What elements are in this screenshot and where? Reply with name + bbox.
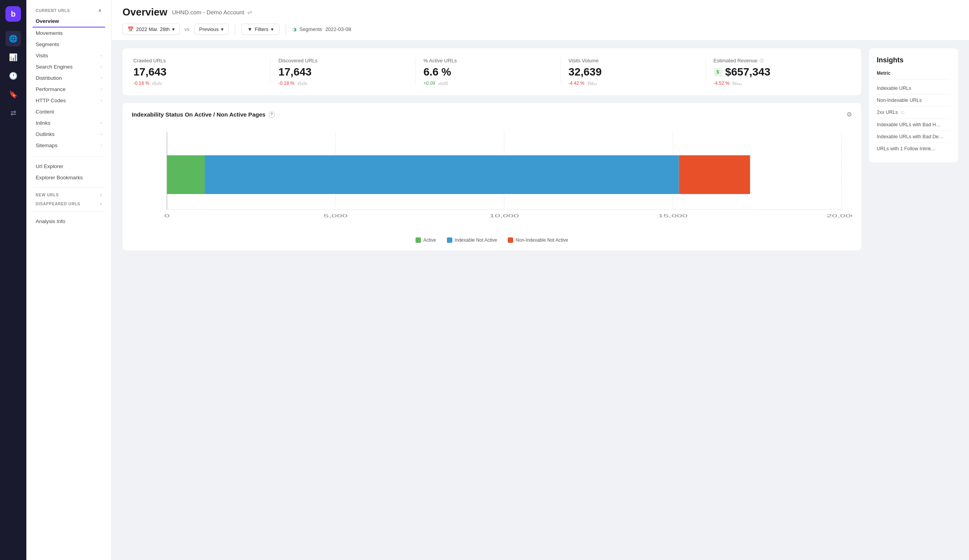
crawled-sparkline bbox=[152, 81, 162, 85]
calendar-icon: 📅 bbox=[128, 26, 134, 32]
sidebar-icon-arrows[interactable]: ⇄ bbox=[5, 105, 21, 121]
disappeared-urls-label: DISAPPEARED URLS bbox=[36, 202, 80, 206]
nav-item-analysis-info[interactable]: Analysis Info bbox=[26, 216, 111, 227]
new-urls-label: NEW URLS bbox=[36, 193, 59, 197]
bar-chart-area: 0 5,000 10,000 15,000 20,000 bbox=[132, 124, 852, 233]
content-area: Crawled URLs 17,643 -0.18 % bbox=[112, 41, 969, 560]
stat-visits-change: -4.42 % bbox=[569, 81, 698, 86]
date-chevron-icon: ▾ bbox=[172, 26, 175, 32]
nav-item-movements[interactable]: Movements bbox=[33, 27, 105, 39]
stat-revenue-change: -4.52 % bbox=[714, 81, 843, 86]
nav-item-sitemaps[interactable]: Sitemaps › bbox=[33, 140, 105, 151]
sidebar-icon-globe[interactable]: 🌐 bbox=[5, 31, 21, 46]
previous-button[interactable]: Previous ▾ bbox=[194, 24, 229, 35]
header: Overview UHND.com - Demo Account ⇌ 📅 202… bbox=[112, 0, 969, 41]
stat-revenue-label: Estimated Revenue ⓘ bbox=[714, 58, 843, 64]
stat-visits-volume: Visits Volume 32,639 -4.42 % bbox=[561, 58, 706, 86]
non-indexable-not-active-swatch bbox=[508, 237, 513, 243]
svg-text:10,000: 10,000 bbox=[490, 213, 519, 218]
new-urls-chevron: › bbox=[100, 193, 102, 197]
nav-item-segments[interactable]: Segments bbox=[33, 39, 105, 50]
active-bar[interactable] bbox=[167, 155, 205, 194]
nav-item-performance[interactable]: Performance › bbox=[33, 84, 105, 95]
nav-item-search-engines[interactable]: Search Engines › bbox=[33, 61, 105, 72]
stat-active-label: % Active URLs bbox=[423, 58, 552, 64]
nav-item-content[interactable]: Content bbox=[33, 106, 105, 117]
visits-chevron: › bbox=[101, 53, 102, 58]
insights-metric-non-indexable-urls[interactable]: Non-Indexable URLs bbox=[877, 94, 950, 107]
revenue-info-icon[interactable]: ⓘ bbox=[760, 58, 764, 64]
current-urls-chevron: ∧ bbox=[98, 8, 102, 13]
nav-item-outlinks[interactable]: Outlinks › bbox=[33, 129, 105, 140]
nav-item-inlinks[interactable]: Inlinks › bbox=[33, 117, 105, 129]
account-subtitle: UHND.com - Demo Account ⇌ bbox=[172, 9, 253, 16]
stat-discovered-value: 17,643 bbox=[278, 66, 407, 78]
main-content: Overview UHND.com - Demo Account ⇌ 📅 202… bbox=[112, 0, 969, 560]
nav-item-explorer-bookmarks[interactable]: Explorer Bookmarks bbox=[26, 172, 111, 183]
insights-metric-indexable-bad-de[interactable]: Indexable URLs with Bad De… bbox=[877, 131, 950, 143]
insights-title: Insights bbox=[877, 56, 950, 64]
legend-item-active: Active bbox=[416, 237, 436, 243]
content-left: Crawled URLs 17,643 -0.18 % bbox=[122, 48, 861, 552]
segments-info: ◑ Segments 2022-03-08 bbox=[292, 26, 351, 32]
sidebar-icon-history[interactable]: 🕐 bbox=[5, 68, 21, 84]
header-separator-2 bbox=[286, 24, 286, 35]
stat-crawled-label: Crawled URLs bbox=[133, 58, 262, 64]
chart-title: Indexability Status On Active / Non Acti… bbox=[132, 111, 275, 118]
insights-metric-header: Metric bbox=[877, 70, 950, 79]
sidebar-icon-bookmark[interactable]: 🔖 bbox=[5, 87, 21, 102]
outlinks-chevron: › bbox=[101, 132, 102, 136]
non-indexable-not-active-bar[interactable] bbox=[679, 155, 750, 194]
insights-metric-indexable-bad-h[interactable]: Indexable URLs with Bad H… bbox=[877, 119, 950, 131]
chart-legend: Active Indexable Not Active Non-Indexabl… bbox=[132, 237, 852, 243]
http-codes-chevron: › bbox=[101, 98, 102, 103]
stat-crawled-value: 17,643 bbox=[133, 66, 262, 78]
left-nav: CURRENT URLS ∧ Overview Movements Segmen… bbox=[26, 0, 112, 560]
sidebar: b 🌐 📊 🕐 🔖 ⇄ bbox=[0, 0, 26, 560]
svg-text:0: 0 bbox=[164, 213, 170, 218]
stat-crawled-change: -0.18 % bbox=[133, 81, 262, 86]
svg-text:15,000: 15,000 bbox=[658, 213, 688, 218]
nav-item-overview[interactable]: Overview bbox=[33, 15, 105, 27]
stat-crawled-urls: Crawled URLs 17,643 -0.18 % bbox=[133, 58, 271, 86]
active-sparkline bbox=[438, 81, 448, 85]
stat-visits-label: Visits Volume bbox=[569, 58, 698, 64]
segments-icon: ◑ bbox=[292, 26, 297, 32]
filters-button[interactable]: ▼ Filters ▾ bbox=[241, 24, 279, 35]
svg-text:5,000: 5,000 bbox=[324, 213, 348, 218]
insights-metric-indexable-urls[interactable]: Indexable URLs bbox=[877, 82, 950, 94]
active-swatch bbox=[416, 237, 421, 243]
chart-help-icon[interactable]: ? bbox=[269, 112, 275, 118]
date-picker-button[interactable]: 📅 2022 Mar. 28th ▾ bbox=[122, 24, 180, 35]
inlinks-chevron: › bbox=[101, 121, 102, 125]
sidebar-icon-chart[interactable]: 📊 bbox=[5, 50, 21, 65]
insights-panel: Insights Metric Indexable URLs Non-Index… bbox=[869, 48, 958, 162]
insights-metric-2xx-urls[interactable]: 2xx URLs ⓘ bbox=[877, 107, 950, 119]
revenue-dollar-icon: $ bbox=[714, 68, 722, 76]
chart-gear-icon[interactable]: ⚙ bbox=[847, 111, 852, 118]
app-logo[interactable]: b bbox=[5, 6, 21, 22]
indexable-not-active-bar[interactable] bbox=[205, 155, 679, 194]
page-title: Overview bbox=[122, 6, 167, 18]
bar-chart-svg: 0 5,000 10,000 15,000 20,000 bbox=[132, 124, 852, 233]
indexable-not-active-swatch bbox=[447, 237, 452, 243]
filters-chevron-icon: ▾ bbox=[271, 26, 274, 32]
svg-text:20,000: 20,000 bbox=[827, 213, 852, 218]
visits-sparkline bbox=[588, 81, 597, 85]
revenue-sparkline bbox=[733, 81, 742, 85]
nav-item-visits[interactable]: Visits › bbox=[33, 50, 105, 61]
nav-item-distribution[interactable]: Distribution › bbox=[33, 72, 105, 84]
nav-item-url-explorer[interactable]: Url Explorer bbox=[26, 161, 111, 172]
discovered-sparkline bbox=[298, 81, 307, 85]
stat-discovered-urls: Discovered URLs 17,643 -0.18 % bbox=[271, 58, 416, 86]
insights-metric-1-follow-inlink[interactable]: URLs with 1 Follow Inlink… bbox=[877, 143, 950, 155]
stat-active-urls: % Active URLs 6.6 % +0.09 bbox=[416, 58, 560, 86]
nav-item-http-codes[interactable]: HTTP Codes › bbox=[33, 95, 105, 106]
previous-chevron-icon: ▾ bbox=[221, 26, 224, 32]
filter-icon: ▼ bbox=[247, 26, 252, 32]
stat-revenue-value: $ $657,343 bbox=[714, 66, 843, 78]
legend-item-indexable-not-active: Indexable Not Active bbox=[447, 237, 497, 243]
stat-active-change: +0.09 bbox=[423, 81, 552, 86]
transfer-icon[interactable]: ⇌ bbox=[247, 9, 252, 16]
header-separator bbox=[235, 24, 235, 35]
